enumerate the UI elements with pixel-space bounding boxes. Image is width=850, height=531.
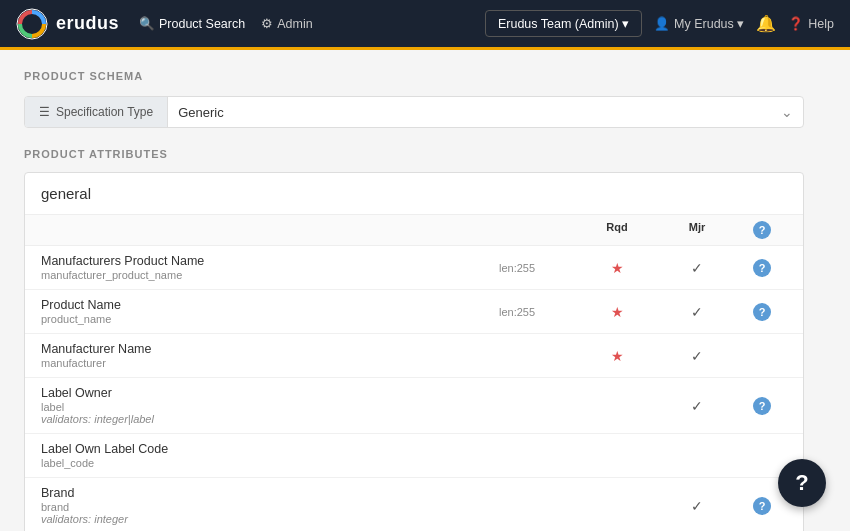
spec-type-bar: ☰ Specification Type Generic ⌄ — [24, 96, 804, 128]
spec-select-wrap: Generic ⌄ — [168, 104, 803, 120]
attr-key: manufacturer — [41, 357, 457, 369]
attributes-card: general Rqd Mjr ? Manufacturers Product … — [24, 172, 804, 531]
attr-info: Brand brand validators: integer — [41, 486, 457, 525]
table-row: Label Owner label validators: integer|la… — [25, 378, 803, 434]
major-check-icon: ✓ — [691, 260, 703, 276]
row-help-icon[interactable]: ? — [753, 497, 771, 515]
admin-nav-icon: ⚙ — [261, 16, 273, 31]
attr-name: Label Own Label Code — [41, 442, 457, 456]
help-header-icon[interactable]: ? — [753, 221, 771, 239]
attributes-section-title: PRODUCT ATTRIBUTES — [24, 148, 826, 160]
attr-help: ? — [737, 303, 787, 321]
attr-help: ? — [737, 397, 787, 415]
attr-rqd: ★ — [577, 348, 657, 364]
spec-type-button[interactable]: ☰ Specification Type — [25, 97, 168, 127]
col-help-header: ? — [737, 221, 787, 239]
table-row: Brand brand validators: integer ✓ ? — [25, 478, 803, 531]
required-star-icon: ★ — [611, 260, 624, 276]
col-name-header — [41, 221, 457, 239]
table-row: Manufacturers Product Name manufacturer_… — [25, 246, 803, 290]
attr-rqd: ★ — [577, 260, 657, 276]
attr-mjr: ✓ — [657, 498, 737, 514]
chevron-down-icon: ⌄ — [781, 104, 793, 120]
content-area: PRODUCT SCHEMA ☰ Specification Type Gene… — [0, 50, 850, 531]
required-star-icon: ★ — [611, 304, 624, 320]
nav-links: 🔍 Product Search ⚙ Admin — [139, 16, 465, 31]
logo-text: erudus — [56, 13, 119, 34]
help-fab-button[interactable]: ? — [778, 459, 826, 507]
major-check-icon: ✓ — [691, 348, 703, 364]
attr-info: Label Own Label Code label_code — [41, 442, 457, 469]
attr-key: brand — [41, 501, 457, 513]
attr-key: product_name — [41, 313, 457, 325]
attr-help: ? — [737, 259, 787, 277]
column-headers: Rqd Mjr ? — [25, 215, 803, 246]
attr-info: Product Name product_name — [41, 298, 457, 325]
validators-text: validators: integer — [41, 513, 457, 525]
row-help-icon[interactable]: ? — [753, 303, 771, 321]
attr-key: label — [41, 401, 457, 413]
search-nav-icon: 🔍 — [139, 16, 155, 31]
attr-mjr: ✓ — [657, 260, 737, 276]
help-circle-icon: ❓ — [788, 16, 804, 31]
attr-name: Brand — [41, 486, 457, 500]
nav-product-search[interactable]: 🔍 Product Search — [139, 16, 245, 31]
attr-help: ? — [737, 497, 787, 515]
table-row: Manufacturer Name manufacturer ★ ✓ — [25, 334, 803, 378]
required-star-icon: ★ — [611, 348, 624, 364]
attr-len: len:255 — [457, 262, 577, 274]
row-help-icon[interactable]: ? — [753, 259, 771, 277]
table-row: Product Name product_name len:255 ★ ✓ ? — [25, 290, 803, 334]
major-check-icon: ✓ — [691, 498, 703, 514]
col-len-header — [457, 221, 577, 239]
attr-name: Manufacturer Name — [41, 342, 457, 356]
help-link[interactable]: ❓ Help — [788, 16, 834, 31]
major-check-icon: ✓ — [691, 304, 703, 320]
attr-mjr: ✓ — [657, 348, 737, 364]
col-rqd-header: Rqd — [577, 221, 657, 239]
user-icon: 👤 — [654, 16, 670, 31]
attributes-rows: Manufacturers Product Name manufacturer_… — [25, 246, 803, 531]
attr-rqd: ★ — [577, 304, 657, 320]
major-check-icon: ✓ — [691, 398, 703, 414]
logo: erudus — [16, 8, 119, 40]
attr-info: Label Owner label validators: integer|la… — [41, 386, 457, 425]
logo-icon — [16, 8, 48, 40]
header-right: Erudus Team (Admin) ▾ 👤 My Erudus ▾ 🔔 ❓ … — [485, 10, 834, 37]
row-help-icon[interactable]: ? — [753, 397, 771, 415]
schema-section-title: PRODUCT SCHEMA — [24, 70, 826, 82]
attr-name: Label Owner — [41, 386, 457, 400]
notifications-bell-icon[interactable]: 🔔 — [756, 14, 776, 33]
attr-len: len:255 — [457, 306, 577, 318]
col-mjr-header: Mjr — [657, 221, 737, 239]
attr-key: label_code — [41, 457, 457, 469]
table-row: Label Own Label Code label_code — [25, 434, 803, 478]
nav-admin[interactable]: ⚙ Admin — [261, 16, 312, 31]
my-erudus-link[interactable]: 👤 My Erudus ▾ — [654, 16, 744, 31]
attr-name: Manufacturers Product Name — [41, 254, 457, 268]
attr-info: Manufacturers Product Name manufacturer_… — [41, 254, 457, 281]
attr-name: Product Name — [41, 298, 457, 312]
attr-mjr: ✓ — [657, 304, 737, 320]
list-icon: ☰ — [39, 105, 50, 119]
validators-text: validators: integer|label — [41, 413, 457, 425]
spec-type-select[interactable]: Generic — [178, 105, 781, 120]
header: erudus 🔍 Product Search ⚙ Admin Erudus T… — [0, 0, 850, 50]
attr-key: manufacturer_product_name — [41, 269, 457, 281]
team-selector-button[interactable]: Erudus Team (Admin) ▾ — [485, 10, 642, 37]
attr-mjr: ✓ — [657, 398, 737, 414]
group-header: general — [25, 173, 803, 215]
attr-info: Manufacturer Name manufacturer — [41, 342, 457, 369]
